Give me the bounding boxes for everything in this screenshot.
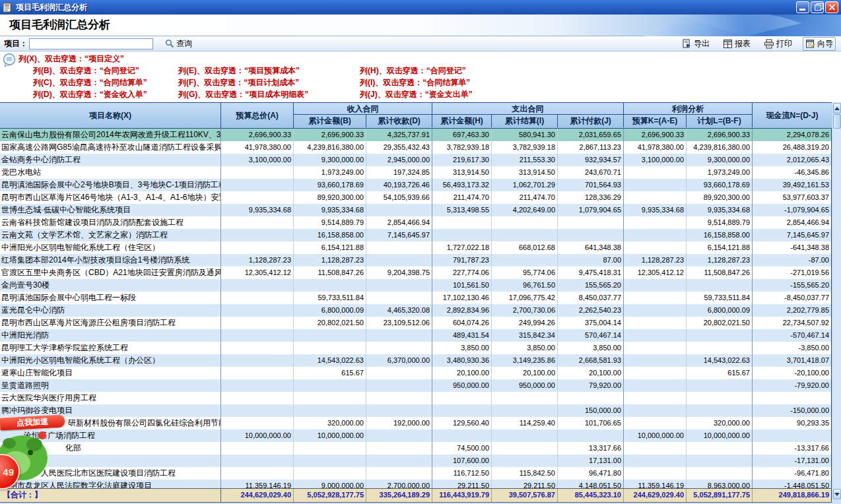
table-row[interactable]: 呈贡道路照明950,000.00950,000.0079,920.00-79,9… <box>0 379 832 392</box>
cell-k[interactable] <box>624 304 687 317</box>
project-name-cell[interactable]: 红塔集团本部2014年小型技改项目综合1号楼消防系统 <box>0 254 221 267</box>
export-button[interactable]: 导出 <box>679 37 712 51</box>
project-name-cell[interactable]: 昆明滇池国际会展中心弱电工程一标段 <box>0 292 221 304</box>
cell-j[interactable]: 570,467.14 <box>558 329 624 342</box>
table-row[interactable]: 昆明市西山区草海片区46号地块（A1-3、A1-4、A1-6地块）安置89,92… <box>0 191 832 204</box>
cell-b[interactable]: 9,000,000.00 <box>294 480 366 488</box>
cell-d[interactable] <box>366 204 432 216</box>
cell-b[interactable]: 9,300,000.00 <box>294 154 366 166</box>
cell-d[interactable] <box>366 429 432 442</box>
cell-d[interactable]: 7,145,645.97 <box>366 229 432 241</box>
close-button[interactable] <box>825 1 838 13</box>
cell-i[interactable]: 29,211.50 <box>492 480 558 488</box>
cell-i[interactable]: 115,842.50 <box>492 467 558 480</box>
cell-h[interactable]: 3,850.00 <box>432 342 492 354</box>
cell-n[interactable]: 2,294,078.26 <box>753 129 832 141</box>
cell-l[interactable] <box>687 342 753 354</box>
cell-i[interactable]: 17,096,775.42 <box>492 292 558 304</box>
cell-l[interactable]: 1,128,287.23 <box>687 254 753 267</box>
cell-h[interactable]: 3,480,930.36 <box>432 354 492 367</box>
cell-j[interactable]: 1,079,904.65 <box>558 204 624 216</box>
table-row[interactable]: 觉巴水电站1,973,249.00197,324.85313,914.50313… <box>0 166 832 179</box>
project-name-cell[interactable]: 研新材料股份有限公司四氯化硅综合利用节能降耗技改项 <box>0 417 221 429</box>
cell-j[interactable]: 641,348.38 <box>558 241 624 254</box>
cell-n[interactable]: -155,565.20 <box>753 279 832 292</box>
table-row[interactable]: 昆明市第一人民医院北市区医院建设项目消防工程116,712.50115,842.… <box>0 467 832 480</box>
cell-d[interactable]: 23,109,512.06 <box>366 317 432 329</box>
cell-b[interactable] <box>294 342 366 354</box>
cell-i[interactable]: 114,259.40 <box>492 417 558 429</box>
cell-b[interactable]: 20,802,021.50 <box>294 317 366 329</box>
project-name-cell[interactable]: 金尚壹号30楼 <box>0 279 221 292</box>
cell-l[interactable]: 4,239,816,380.00 <box>687 141 753 154</box>
cell-n[interactable]: -87.00 <box>753 254 832 267</box>
cell-b[interactable]: 93,660,178.69 <box>294 179 366 191</box>
cell-k[interactable]: 10,000,000.00 <box>624 429 687 442</box>
cell-b[interactable]: 11,508,847.26 <box>294 267 366 279</box>
cell-a[interactable] <box>221 216 294 229</box>
cell-j[interactable]: 87.00 <box>558 254 624 267</box>
cell-h[interactable] <box>432 229 492 241</box>
cell-n[interactable] <box>753 429 832 442</box>
cell-d[interactable] <box>366 292 432 304</box>
cell-j[interactable]: 243,670.71 <box>558 166 624 179</box>
scroll-thumb[interactable] <box>833 114 841 129</box>
cell-h[interactable]: 107,600.00 <box>432 455 492 467</box>
cell-j[interactable]: 4,148,051.50 <box>558 480 624 488</box>
cell-j[interactable]: 2,262,540.23 <box>558 304 624 317</box>
table-row[interactable]: 云南保山电力股份有限公司2014年农网改造升级工程110KV、35K2,696,… <box>0 129 832 141</box>
cell-k[interactable] <box>624 329 687 342</box>
project-name-cell[interactable]: 昆明滇池国际会展中心2号地块B项目、3号地块C-1项目消防工程 <box>0 179 221 191</box>
project-name-cell[interactable]: 昆明市第一人民医院北市区医院建设项目消防工程 <box>0 467 221 480</box>
cell-h[interactable]: 211,474.70 <box>432 191 492 204</box>
cell-k[interactable]: 11,359,146.19 <box>624 480 687 488</box>
cell-j[interactable] <box>558 216 624 229</box>
cell-h[interactable]: 227,774.06 <box>432 267 492 279</box>
cell-k[interactable] <box>624 342 687 354</box>
cell-k[interactable] <box>624 379 687 392</box>
project-name-cell[interactable]: 云南保山电力股份有限公司2014年农网改造升级工程110KV、35K <box>0 129 221 141</box>
cell-i[interactable]: 668,012.68 <box>492 241 558 254</box>
cell-n[interactable]: 2,012,065.43 <box>753 154 832 166</box>
cell-k[interactable] <box>624 216 687 229</box>
cell-i[interactable]: 3,149,235.86 <box>492 354 558 367</box>
cell-b[interactable]: 9,514,889.79 <box>294 216 366 229</box>
cell-k[interactable]: 3,100,000.00 <box>624 154 687 166</box>
cell-n[interactable]: 39,492,161.53 <box>753 179 832 191</box>
project-name-cell[interactable]: 中洲阳光小区弱电智能化系统工程（住宅区） <box>0 241 221 254</box>
cell-n[interactable] <box>753 392 832 404</box>
table-row[interactable]: 中洲阳光消防489,431.54315,842.34570,467.14-570… <box>0 329 832 342</box>
table-row[interactable]: 云南省科技馆新馆建设项目消防及消防配套设施工程9,514,889.792,854… <box>0 216 832 229</box>
cell-a[interactable] <box>221 241 294 254</box>
print-button[interactable]: 打印 <box>761 37 795 51</box>
cell-b[interactable] <box>294 455 366 467</box>
cell-a[interactable] <box>221 367 294 379</box>
cell-a[interactable] <box>221 166 294 179</box>
cell-n[interactable]: -1,448,051.50 <box>753 480 832 488</box>
cell-b[interactable] <box>294 329 366 342</box>
cell-a[interactable] <box>221 379 294 392</box>
table-row[interactable]: 中洲阳光小区弱电智能化系统工程（住宅区）6,154,121.881,727,02… <box>0 241 832 254</box>
cell-a[interactable]: 10,000,000.00 <box>221 429 294 442</box>
cell-d[interactable] <box>366 379 432 392</box>
cell-n[interactable]: 22,734,507.92 <box>753 317 832 329</box>
cell-n[interactable]: -79,920.00 <box>753 379 832 392</box>
project-search-input[interactable] <box>29 38 153 49</box>
cell-n[interactable]: -271,019.56 <box>753 267 832 279</box>
cell-l[interactable] <box>687 379 753 392</box>
cell-j[interactable]: 150,000.00 <box>558 404 624 417</box>
cell-h[interactable] <box>432 216 492 229</box>
cell-l[interactable] <box>687 455 753 467</box>
cell-b[interactable]: 2,696,900.33 <box>294 129 366 141</box>
cell-l[interactable]: 8,963,000.00 <box>687 480 753 488</box>
cell-h[interactable]: 950,000.00 <box>432 379 492 392</box>
cell-k[interactable] <box>624 442 687 455</box>
cell-l[interactable]: 1,973,249.00 <box>687 166 753 179</box>
cell-d[interactable] <box>366 367 432 379</box>
cell-b[interactable]: 1,973,249.00 <box>294 166 366 179</box>
cell-j[interactable]: 20,100.00 <box>558 367 624 379</box>
col-header-income-received[interactable]: 累计收款(D) <box>366 115 432 127</box>
cell-n[interactable]: 3,701,418.07 <box>753 354 832 367</box>
project-name-cell[interactable]: 昆明市西山区草海片区海源庄公租房项目消防工程 <box>0 317 221 329</box>
cell-l[interactable]: 59,733,511.84 <box>687 292 753 304</box>
